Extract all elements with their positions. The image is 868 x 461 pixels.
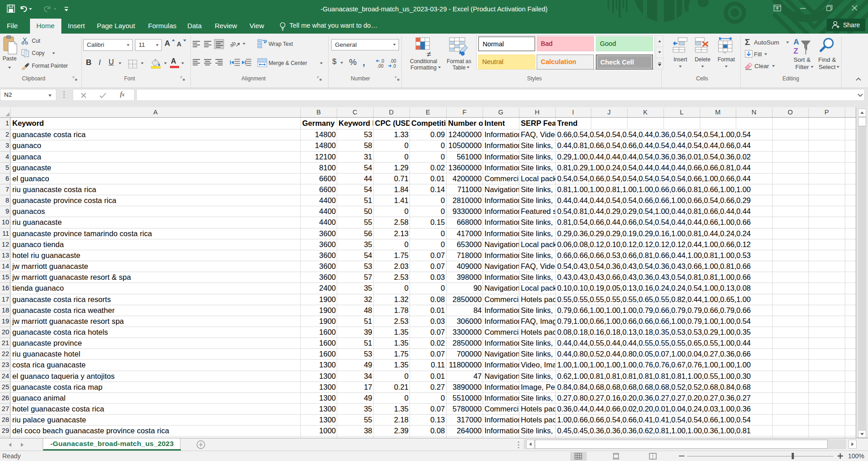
svg-text:≠: ≠: [427, 50, 431, 57]
svg-text:ab: ab: [230, 40, 237, 49]
svg-text:Z: Z: [793, 47, 798, 55]
svg-text:.00: .00: [377, 64, 384, 69]
svg-text:.00: .00: [390, 59, 396, 64]
svg-text:.0: .0: [392, 64, 396, 69]
svg-text:.0: .0: [380, 59, 384, 64]
svg-text:A: A: [793, 38, 799, 46]
